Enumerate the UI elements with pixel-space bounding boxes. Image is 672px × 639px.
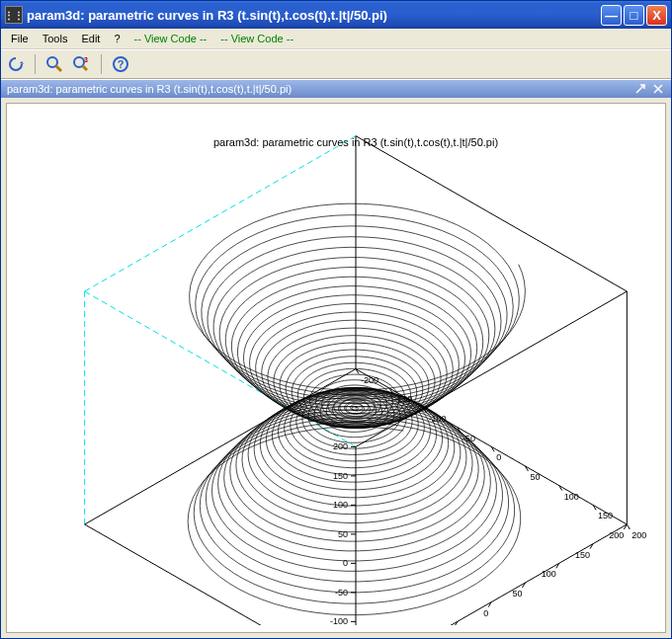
close-button[interactable]: X (646, 5, 667, 26)
svg-text:-100: -100 (330, 616, 348, 625)
menu-tools[interactable]: Tools (37, 31, 74, 46)
svg-text:3: 3 (84, 56, 88, 63)
svg-point-0 (47, 57, 57, 67)
menu-file[interactable]: File (5, 31, 35, 46)
plot-canvas[interactable]: param3d: parametric curves in R3 (t.sin(… (6, 103, 666, 633)
svg-text:50: 50 (512, 588, 522, 598)
zoom-reset-button[interactable]: 3 (71, 53, 93, 75)
titlebar[interactable]: ⋮⋮ param3d: parametric curves in R3 (t.s… (1, 1, 671, 29)
svg-text:-50: -50 (462, 433, 475, 442)
svg-line-3 (83, 66, 87, 70)
svg-line-15 (85, 523, 356, 624)
svg-text:0: 0 (343, 558, 348, 568)
svg-line-19 (356, 291, 627, 446)
svg-text:150: 150 (333, 470, 348, 480)
magnifier-icon (45, 55, 63, 73)
help-icon: ? (112, 55, 129, 73)
svg-text:200: 200 (631, 529, 646, 539)
svg-text:150: 150 (575, 549, 590, 559)
menu-edit[interactable]: Edit (75, 31, 106, 46)
svg-text:?: ? (118, 58, 125, 70)
svg-text:100: 100 (542, 569, 556, 579)
svg-text:-150: -150 (394, 394, 412, 404)
close-icon: X (652, 8, 661, 23)
maximize-icon: □ (630, 8, 638, 23)
tab-close-icon (653, 84, 663, 94)
svg-text:50: 50 (338, 528, 348, 538)
svg-text:-100: -100 (429, 413, 447, 423)
graphics-tab-header[interactable]: param3d: parametric curves in R3 (t.sin(… (1, 79, 671, 98)
svg-line-10 (85, 291, 356, 446)
menu-help[interactable]: ? (108, 31, 126, 46)
minimize-button[interactable]: — (601, 5, 622, 26)
svg-text:200: 200 (333, 441, 348, 451)
minimize-icon: — (605, 8, 618, 23)
svg-text:200: 200 (609, 529, 624, 539)
svg-line-9 (85, 135, 356, 290)
svg-text:100: 100 (333, 500, 348, 510)
svg-text:50: 50 (530, 471, 540, 481)
tab-close-button[interactable] (651, 82, 665, 96)
graphics-tab-title: param3d: parametric curves in R3 (t.sin(… (7, 83, 292, 95)
window-title: param3d: parametric curves in R3 (t.sin(… (27, 8, 601, 23)
svg-line-12 (356, 523, 627, 624)
svg-point-2 (74, 57, 84, 67)
svg-line-18 (356, 135, 627, 290)
app-icon: ⋮⋮ (5, 6, 23, 24)
svg-text:0: 0 (496, 452, 501, 462)
zoom-button[interactable] (43, 53, 65, 75)
toolbar-separator (101, 54, 102, 74)
magnifier-3d-icon: 3 (72, 55, 92, 73)
svg-line-11 (356, 368, 627, 523)
rotate-button[interactable] (5, 53, 27, 75)
svg-text:100: 100 (564, 491, 579, 501)
svg-text:-50: -50 (335, 587, 348, 597)
menubar: File Tools Edit ? -- View Code -- -- Vie… (1, 29, 671, 49)
svg-line-1 (56, 66, 61, 71)
toolbar: 3 ? (1, 49, 671, 79)
undock-button[interactable] (633, 82, 647, 96)
plot-svg: param3d: parametric curves in R3 (t.sin(… (20, 112, 652, 625)
undock-icon (635, 84, 645, 94)
menu-view-code-1[interactable]: -- View Code -- (128, 31, 213, 46)
rotate-icon (7, 55, 25, 73)
svg-text:0: 0 (483, 607, 488, 617)
svg-line-72 (627, 523, 630, 528)
maximize-button[interactable]: □ (624, 5, 644, 26)
menu-view-code-2[interactable]: -- View Code -- (214, 31, 299, 46)
svg-text:150: 150 (598, 511, 613, 520)
svg-text:-200: -200 (361, 374, 378, 384)
toolbar-separator (35, 54, 36, 74)
help-button[interactable]: ? (110, 53, 131, 75)
